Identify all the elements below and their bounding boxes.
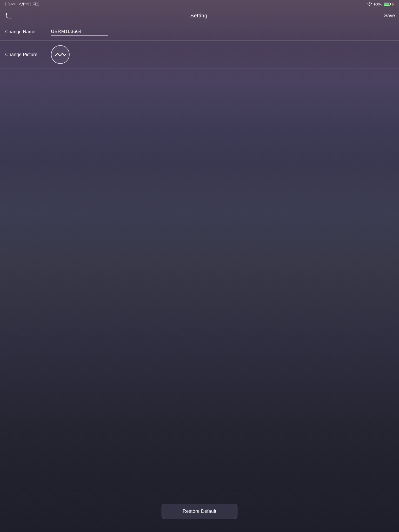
status-bar-right: 100% ⚡ xyxy=(367,2,395,6)
change-name-value xyxy=(51,28,394,36)
wifi-icon xyxy=(367,2,372,6)
save-button[interactable]: Save xyxy=(384,13,395,18)
back-button[interactable] xyxy=(4,11,14,20)
avatar-button[interactable] xyxy=(51,45,70,64)
battery-percent-label: 100% xyxy=(374,2,382,6)
settings-content: Change Name Change Picture xyxy=(0,23,399,496)
status-bar: 下午6:15 2月22日 周五 100% ⚡ xyxy=(0,0,399,8)
battery-indicator xyxy=(384,3,390,6)
change-picture-label: Change Picture xyxy=(5,52,47,57)
status-bar-left: 下午6:15 2月22日 周五 xyxy=(4,2,39,6)
charging-icon: ⚡ xyxy=(391,2,395,6)
change-picture-value xyxy=(51,45,394,64)
nav-bar: Setting Save xyxy=(0,8,399,23)
battery-icon xyxy=(384,3,390,6)
back-icon xyxy=(4,11,14,20)
time-label: 下午6:15 xyxy=(4,2,17,6)
change-picture-row: Change Picture xyxy=(0,41,399,69)
change-name-label: Change Name xyxy=(5,29,47,35)
page-title: Setting xyxy=(190,13,208,19)
bottom-area: Restore Default xyxy=(0,496,399,532)
date-label: 2月22日 周五 xyxy=(19,2,39,6)
restore-default-button[interactable]: Restore Default xyxy=(162,504,237,519)
change-name-row: Change Name xyxy=(0,23,399,41)
name-input[interactable] xyxy=(51,28,108,36)
